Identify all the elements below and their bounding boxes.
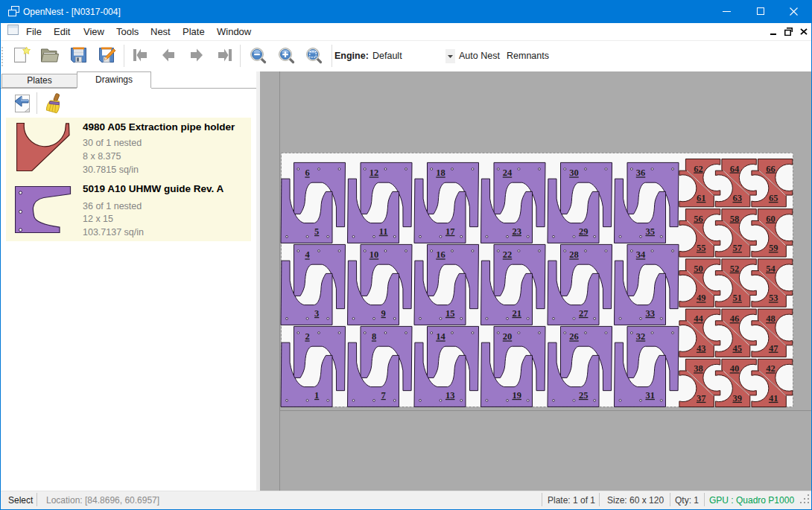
svg-text:45: 45 <box>732 343 742 354</box>
svg-text:62: 62 <box>694 164 703 174</box>
svg-text:36: 36 <box>636 168 646 178</box>
svg-text:26: 26 <box>569 331 579 342</box>
svg-text:12: 12 <box>369 168 379 178</box>
svg-text:58: 58 <box>730 214 740 224</box>
svg-text:30: 30 <box>569 168 579 178</box>
svg-text:39: 39 <box>732 393 742 404</box>
svg-text:63: 63 <box>732 193 742 203</box>
svg-text:22: 22 <box>503 249 513 260</box>
svg-text:4: 4 <box>305 249 310 260</box>
svg-text:52: 52 <box>730 264 740 274</box>
svg-text:43: 43 <box>697 343 706 354</box>
svg-text:21: 21 <box>512 308 521 319</box>
svg-text:38: 38 <box>694 363 703 374</box>
svg-text:61: 61 <box>697 193 706 203</box>
svg-text:6: 6 <box>305 168 309 178</box>
svg-text:48: 48 <box>766 313 775 324</box>
svg-text:5: 5 <box>314 226 319 237</box>
svg-text:59: 59 <box>769 243 778 253</box>
svg-text:50: 50 <box>694 264 703 274</box>
svg-text:56: 56 <box>694 214 703 224</box>
svg-text:54: 54 <box>766 264 775 274</box>
svg-text:23: 23 <box>512 226 521 237</box>
svg-text:16: 16 <box>436 249 445 260</box>
svg-text:3: 3 <box>314 308 319 319</box>
svg-text:66: 66 <box>766 164 775 174</box>
svg-text:15: 15 <box>445 308 455 319</box>
svg-text:49: 49 <box>697 293 706 303</box>
svg-text:60: 60 <box>766 214 775 224</box>
svg-text:2: 2 <box>305 331 309 342</box>
svg-text:19: 19 <box>512 390 521 401</box>
svg-text:24: 24 <box>503 168 513 178</box>
svg-text:31: 31 <box>645 390 655 401</box>
svg-text:35: 35 <box>645 226 655 237</box>
svg-text:25: 25 <box>579 390 589 401</box>
svg-text:29: 29 <box>579 226 589 237</box>
svg-text:46: 46 <box>730 313 740 324</box>
svg-text:20: 20 <box>503 331 513 342</box>
svg-text:37: 37 <box>697 393 706 404</box>
svg-text:44: 44 <box>694 313 703 324</box>
svg-text:65: 65 <box>769 193 778 203</box>
svg-text:40: 40 <box>730 363 740 374</box>
svg-text:53: 53 <box>769 293 778 303</box>
svg-text:9: 9 <box>381 308 386 319</box>
svg-text:13: 13 <box>445 390 455 401</box>
svg-text:1: 1 <box>314 390 319 401</box>
svg-text:27: 27 <box>579 308 589 319</box>
svg-text:34: 34 <box>636 249 646 260</box>
svg-text:64: 64 <box>730 164 740 174</box>
svg-text:47: 47 <box>769 343 778 354</box>
svg-text:18: 18 <box>436 168 445 178</box>
svg-text:11: 11 <box>379 226 388 237</box>
svg-text:33: 33 <box>645 308 655 319</box>
svg-text:17: 17 <box>445 226 455 237</box>
svg-text:55: 55 <box>697 243 706 253</box>
svg-text:42: 42 <box>766 363 775 374</box>
svg-text:14: 14 <box>436 331 445 342</box>
svg-text:7: 7 <box>381 390 386 401</box>
svg-text:32: 32 <box>636 331 646 342</box>
svg-text:41: 41 <box>769 393 778 404</box>
svg-text:51: 51 <box>732 293 742 303</box>
svg-text:10: 10 <box>369 249 379 260</box>
svg-text:8: 8 <box>372 331 376 342</box>
svg-text:57: 57 <box>732 243 742 253</box>
svg-text:28: 28 <box>569 249 579 260</box>
